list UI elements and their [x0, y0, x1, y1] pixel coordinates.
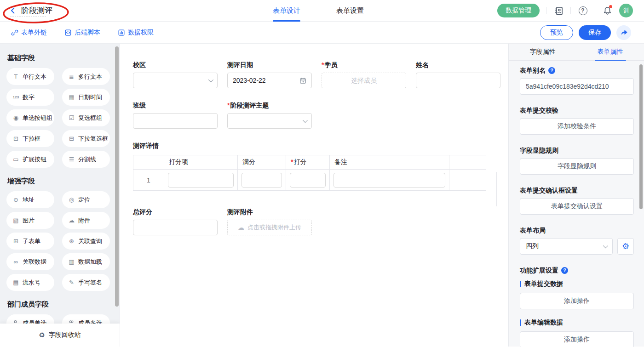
tab-form-settings[interactable]: 表单设置 — [336, 0, 364, 22]
field-detail-table[interactable]: 测评详情 打分项 满分 *打分 备注 1 — [133, 142, 508, 191]
attachment-upload-area[interactable]: ☁ 点击或拖拽附件上传 — [227, 220, 312, 235]
field-item-divider[interactable]: ☰分割线 — [62, 151, 110, 168]
panel-scrollbar[interactable] — [639, 64, 643, 209]
field-item-label: 下拉复选框 — [78, 135, 108, 143]
table-overflow-fragment — [496, 172, 500, 206]
field-eval-date[interactable]: 测评日期 — [227, 61, 312, 88]
radio-group-icon: ◉ — [12, 115, 19, 121]
field-item-signature[interactable]: ✎手写签名 — [62, 274, 110, 291]
student-input[interactable] — [327, 77, 401, 84]
total-score-input[interactable] — [138, 224, 212, 231]
external-link-button[interactable]: 表单外链 — [11, 28, 47, 37]
field-name[interactable]: 姓名 — [416, 61, 500, 88]
field-recycle-bin[interactable]: ♻ 字段回收站 — [0, 324, 120, 347]
field-topic[interactable]: *阶段测评主题 — [227, 102, 312, 129]
form-toolbar: 表单外链 后端脚本 数据权限 预览 保存 — [0, 22, 644, 44]
field-attachment[interactable]: 测评附件 ☁ 点击或拖拽附件上传 — [227, 208, 312, 235]
field-student[interactable]: *学员 — [322, 61, 406, 88]
section-title-basic-fields: 基础字段 — [7, 54, 120, 63]
help-icon[interactable]: ? — [548, 67, 555, 74]
add-check-condition-button[interactable]: 添加校验条件 — [520, 118, 634, 135]
submit-confirm-button[interactable]: 表单提交确认设置 — [520, 198, 634, 215]
number-icon: 123 — [12, 96, 19, 99]
field-item-checkbox-group[interactable]: ☑复选框组 — [62, 109, 110, 126]
field-total-score[interactable]: 总评分 — [133, 208, 218, 235]
backend-script-button[interactable]: 后端脚本 — [64, 28, 100, 37]
field-item-data-load[interactable]: ▥数据加载 — [62, 253, 110, 270]
tab-field-properties[interactable]: 字段属性 — [509, 44, 576, 60]
field-item-label: 下拉框 — [23, 135, 40, 143]
name-input[interactable] — [421, 77, 495, 84]
sidebar-scrollbar[interactable] — [115, 46, 119, 307]
address-book-button[interactable] — [553, 5, 564, 16]
eval-date-picker[interactable] — [227, 73, 312, 88]
data-permission-label: 数据权限 — [128, 28, 154, 37]
score-input[interactable] — [290, 173, 326, 188]
edit-data-add-action-button[interactable]: 添加操作 — [520, 331, 634, 347]
field-item-serial-number[interactable]: ▤流水号 — [6, 274, 54, 291]
detail-col-remark: 备注 — [330, 155, 449, 170]
field-item-related-query[interactable]: ⊛关联查询 — [62, 233, 110, 250]
class-input[interactable] — [138, 117, 212, 125]
main-tabs: 表单设计 表单设置 — [273, 0, 364, 22]
submit-data-add-action-button[interactable]: 添加操作 — [520, 293, 634, 309]
checkbox-group-icon: ☑ — [68, 115, 75, 121]
total-score-input-box[interactable] — [133, 220, 218, 235]
student-member-picker[interactable] — [322, 73, 406, 88]
name-input-box[interactable] — [416, 73, 500, 88]
field-item-radio-group[interactable]: ◉单选按钮组 — [6, 109, 54, 126]
submit-data-section: 表单提交数据 添加操作 — [520, 280, 634, 309]
class-input-box[interactable] — [133, 113, 218, 129]
save-button[interactable]: 保存 — [579, 25, 611, 40]
field-item-subform[interactable]: ⊞子表单 — [6, 233, 54, 250]
field-item-multi-select[interactable]: ⊟下拉复选框 — [62, 130, 110, 147]
section-title-member-fields: 部门成员字段 — [7, 300, 120, 309]
submit-check-label: 表单提交校验 — [520, 107, 558, 114]
field-item-extend-button[interactable]: ▭扩展按钮 — [6, 151, 54, 168]
field-campus[interactable]: 校区 — [133, 61, 218, 88]
avatar[interactable]: 训 — [619, 4, 633, 17]
detail-table-row: 1 — [133, 170, 486, 191]
divider — [595, 7, 595, 14]
tab-form-properties[interactable]: 表单属性 — [576, 44, 644, 60]
field-item-attachment[interactable]: ☁附件 — [62, 212, 110, 229]
help-icon[interactable]: ? — [561, 267, 568, 274]
form-alias-input[interactable] — [520, 78, 634, 95]
score-item-input[interactable] — [168, 173, 234, 188]
field-item-multi-line-text[interactable]: ≣多行文本 — [62, 68, 110, 85]
field-class[interactable]: 班级 — [133, 102, 218, 129]
visibility-rules-button[interactable]: 字段显隐规则 — [520, 158, 634, 175]
field-item-image[interactable]: ▧图片 — [6, 212, 54, 229]
form-row-3: 总评分 测评附件 ☁ 点击或拖拽附件上传 — [133, 208, 508, 235]
field-item-address[interactable]: ⊙地址 — [6, 191, 54, 208]
field-item-label: 子表单 — [23, 237, 40, 245]
help-button[interactable]: ? — [577, 5, 588, 16]
image-icon: ▧ — [12, 217, 19, 223]
notifications-button[interactable] — [602, 5, 613, 16]
layout-settings-button[interactable]: ⚙ — [617, 238, 634, 255]
full-score-input[interactable] — [242, 173, 282, 188]
top-header: 阶段测评 表单设计 表单设置 数据管理 — [0, 0, 644, 22]
data-permission-button[interactable]: 数据权限 — [118, 28, 154, 37]
remark-input[interactable] — [334, 173, 445, 188]
cell-remark — [330, 170, 449, 191]
backend-script-label: 后端脚本 — [75, 28, 100, 37]
field-item-datetime[interactable]: ▦日期时间 — [62, 89, 110, 106]
form-layout-label: 表单布局 — [520, 227, 546, 234]
data-manage-button[interactable]: 数据管理 — [497, 4, 540, 17]
divider — [570, 7, 571, 14]
field-item-select[interactable]: ⊡下拉框 — [6, 130, 54, 147]
field-item-related-data[interactable]: ∞关联数据 — [6, 253, 54, 270]
back-button[interactable] — [9, 7, 17, 14]
topic-select[interactable] — [227, 113, 312, 129]
layout-select[interactable]: 四列 — [520, 238, 613, 255]
preview-button[interactable]: 预览 — [540, 25, 573, 40]
eval-date-input[interactable] — [233, 77, 299, 84]
tab-form-design[interactable]: 表单设计 — [273, 0, 300, 22]
campus-select[interactable] — [133, 73, 218, 88]
script-icon — [64, 29, 72, 36]
field-item-single-line-text[interactable]: T单行文本 — [6, 68, 54, 85]
field-item-location[interactable]: ◎定位 — [62, 191, 110, 208]
field-item-number[interactable]: 123数字 — [6, 89, 54, 106]
share-button[interactable] — [616, 25, 631, 40]
